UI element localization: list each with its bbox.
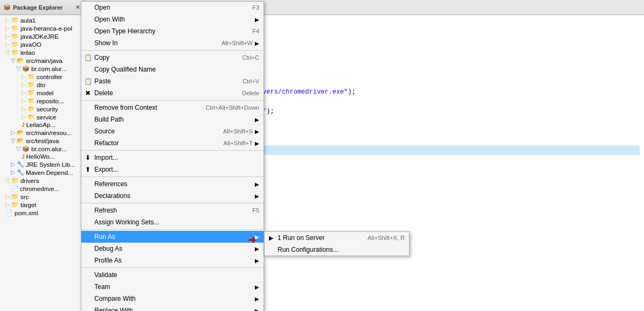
menu-item-refactor[interactable]: Refactor Alt+Shift+T ▶ (81, 137, 264, 149)
menu-item-build-path[interactable]: Build Path ▶ (81, 114, 264, 125)
menu-item-refresh[interactable]: Refresh F5 (81, 204, 264, 216)
menu-item-profile-as[interactable]: Profile As ▶ (81, 255, 264, 266)
menu-item-assign-working-sets[interactable]: Assign Working Sets... (81, 216, 264, 228)
tree-item-chromedrive[interactable]: 📄 chromedrive... (0, 185, 83, 193)
folder-icon: ▷ 📁 (22, 97, 35, 104)
tree-item-model[interactable]: ▷ 📁 model (0, 89, 83, 97)
menu-item-open-type-hierarchy[interactable]: Open Type Hierarchy F4 (81, 25, 264, 37)
menu-item-validate[interactable]: Validate (81, 269, 264, 281)
folder-expanded-icon: ▽ 📁 (5, 177, 19, 184)
tree-label: javaJDKeJRE (20, 33, 59, 40)
folder-icon: ▷ 📁 (22, 89, 35, 96)
menu-separator (81, 176, 264, 177)
tree-item-leilaoapplication[interactable]: J LeilaoAp... (0, 121, 83, 129)
import-icon: ⬇ (84, 153, 92, 162)
paste-icon: 📋 (84, 77, 92, 86)
menu-item-source-label: Source (94, 128, 212, 135)
tree-item-br-com-alura[interactable]: ▽ 📦 br.com.alur... (0, 65, 83, 73)
tree-item-hellowo[interactable]: J HelloWo... (0, 153, 83, 160)
menu-item-references[interactable]: References ▶ (81, 178, 264, 190)
tree-label: java-heranca-e-pol (20, 25, 72, 32)
menu-item-paste[interactable]: 📋 Paste Ctrl+V (81, 75, 264, 87)
tree-label: controller (37, 74, 62, 80)
tree-item-javaoo[interactable]: ▷ 📁 javaOO (0, 40, 83, 48)
menu-item-delete-label: Delete (94, 89, 231, 97)
menu-item-paste-label: Paste (94, 77, 232, 85)
menu-item-build-path-label: Build Path (94, 116, 253, 123)
submenu-item-run-configurations-label: Run Configurations... (278, 246, 405, 253)
submenu-arrow-icon: ▶ (255, 129, 259, 135)
tree-item-leilao[interactable]: ▽ 📁 leilao (0, 48, 83, 56)
menu-item-team[interactable]: Team ▶ (81, 281, 264, 293)
menu-item-copy[interactable]: 📋 Copy Ctrl+C (81, 52, 264, 63)
submenu-arrow-icon: ▶ (255, 296, 259, 302)
tree-label: br.com.alur... (31, 146, 67, 152)
menu-separator (81, 203, 264, 203)
tree-item-reposito[interactable]: ▷ 📁 reposito... (0, 97, 83, 105)
tree-item-java-heranca[interactable]: ▷ 📁 java-heranca-e-pol (0, 24, 83, 32)
panel-close-button[interactable]: ✕ (75, 4, 80, 10)
tree-item-dto[interactable]: ▷ 📁 dto (0, 81, 83, 89)
tree-item-maven-depend[interactable]: ▷ 🔧 Maven Depend... (0, 168, 83, 176)
tree-item-security[interactable]: ▷ 📁 security (0, 105, 83, 113)
menu-item-run-as-label: Run As (94, 233, 253, 241)
tree-item-aula1[interactable]: ▷ 📁 aula1 (0, 16, 83, 24)
tree-item-jre-system-lib[interactable]: ▷ 🔧 JRE System Lib... (0, 160, 83, 168)
menu-item-open-type-shortcut: F4 (241, 28, 259, 34)
file-icon: 📄 (11, 185, 18, 192)
menu-item-export[interactable]: ⬆ Export... (81, 164, 264, 175)
menu-item-replace-with[interactable]: Replace With ▶ (81, 305, 264, 311)
tree-item-br-com-alura-test[interactable]: ▽ 📦 br.com.alur... (0, 145, 83, 153)
copy-icon: 📋 (84, 53, 92, 62)
menu-separator (81, 267, 264, 268)
tree-item-src-main-resou[interactable]: ▷ 📂 src/main/resou... (0, 129, 83, 137)
tree-label: target (20, 202, 36, 208)
menu-item-show-in-shortcut: Alt+Shift+W (211, 40, 253, 46)
tree-label: src/main/java (26, 58, 63, 64)
submenu-arrow-icon: ▶ (255, 193, 259, 199)
menu-item-open-with[interactable]: Open With ▶ (81, 13, 264, 25)
menu-item-remove-context-shortcut: Ctrl+Alt+Shift+Down (195, 104, 259, 111)
tree-item-drivers[interactable]: ▽ 📁 drivers (0, 176, 83, 185)
menu-item-copy-qualified-name[interactable]: Copy Qualified Name (81, 63, 264, 75)
menu-item-show-in[interactable]: Show In Alt+Shift+W ▶ (81, 37, 264, 49)
menu-item-source[interactable]: Source Alt+Shift+S ▶ (81, 125, 264, 137)
menu-item-remove-context[interactable]: Remove from Context Ctrl+Alt+Shift+Down (81, 102, 264, 114)
menu-item-compare-with[interactable]: Compare With ▶ (81, 293, 264, 305)
menu-item-debug-as[interactable]: Debug As ▶ (81, 243, 264, 255)
run-as-submenu: ▶ 1 Run on Server Alt+Shift+X, R Run Con… (264, 231, 410, 256)
menu-item-debug-as-label: Debug As (94, 245, 253, 252)
menu-item-run-as[interactable]: Run As ▶ (81, 231, 264, 243)
menu-item-refactor-label: Refactor (94, 139, 213, 147)
submenu-item-run-configurations[interactable]: Run Configurations... (265, 244, 409, 256)
tree-item-src-test-java[interactable]: ▽ 📂 src/test/java (0, 137, 83, 145)
menu-item-validate-label: Validate (94, 271, 259, 279)
tree-label: security (37, 106, 58, 112)
tree-item-target[interactable]: ▷ 📁 target (0, 201, 83, 209)
export-icon: ⬆ (84, 165, 92, 174)
tree-item-javajdkejre[interactable]: ▷ 📁 javaJDKeJRE (0, 32, 83, 40)
menu-item-import[interactable]: ⬇ Import... (81, 152, 264, 164)
folder-icon: ▷ 📁 (5, 25, 19, 32)
tree-item-src[interactable]: ▷ 📁 src (0, 193, 83, 201)
folder-icon: ▷ 📁 (5, 201, 19, 208)
submenu-arrow-icon: ▶ (255, 140, 259, 146)
submenu-arrow-icon: ▶ (255, 308, 259, 312)
menu-separator (81, 150, 264, 151)
menu-item-open-type-label: Open Type Hierarchy (94, 27, 241, 35)
menu-item-import-label: Import... (94, 154, 259, 161)
menu-item-open-label: Open (94, 4, 241, 11)
submenu-item-run-on-server[interactable]: ▶ 1 Run on Server Alt+Shift+X, R (265, 232, 409, 244)
menu-item-delete[interactable]: ✖ Delete Delete (81, 87, 264, 99)
tree-item-src-main-java[interactable]: ▽ 📂 src/main/java (0, 56, 83, 65)
tree-item-controller[interactable]: ▷ 📁 controller (0, 73, 83, 81)
tree-label: src/test/java (26, 138, 59, 144)
menu-item-open[interactable]: Open F3 (81, 2, 264, 13)
menu-item-assign-working-sets-label: Assign Working Sets... (94, 218, 259, 226)
menu-item-declarations[interactable]: Declarations ▶ (81, 190, 264, 202)
tree-item-pom-xml[interactable]: 📄 pom.xml (0, 209, 83, 217)
tree-item-service[interactable]: ▷ 📁 service (0, 113, 83, 121)
menu-item-copy-shortcut: Ctrl+C (232, 54, 259, 61)
context-menu: Open F3 Open With ▶ Open Type Hierarchy … (81, 1, 264, 311)
folder-expanded-icon: ▽ 📁 (5, 49, 19, 56)
